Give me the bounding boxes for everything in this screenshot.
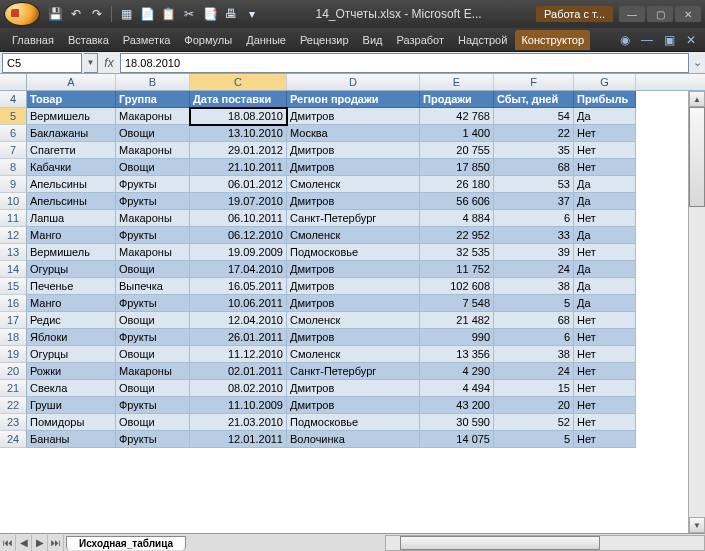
- cell[interactable]: Фрукты: [116, 329, 190, 346]
- mdi-minimize-icon[interactable]: —: [639, 32, 655, 48]
- row-header[interactable]: 12: [0, 227, 27, 244]
- sheet-nav-next-icon[interactable]: ▶: [32, 535, 48, 551]
- cell[interactable]: Овощи: [116, 125, 190, 142]
- cell[interactable]: Макароны: [116, 363, 190, 380]
- cell[interactable]: 4 290: [420, 363, 494, 380]
- formula-input[interactable]: 18.08.2010: [120, 53, 689, 73]
- cell[interactable]: Да: [574, 278, 636, 295]
- cell[interactable]: Да: [574, 261, 636, 278]
- cell[interactable]: Да: [574, 108, 636, 125]
- cell[interactable]: Огурцы: [27, 346, 116, 363]
- row-header[interactable]: 6: [0, 125, 27, 142]
- cell[interactable]: 08.02.2010: [190, 380, 287, 397]
- cell[interactable]: 11.12.2010: [190, 346, 287, 363]
- cell[interactable]: 24: [494, 261, 574, 278]
- insert-function-button[interactable]: fx: [98, 56, 120, 70]
- cell[interactable]: 35: [494, 142, 574, 159]
- cell[interactable]: Нет: [574, 159, 636, 176]
- cell[interactable]: Овощи: [116, 312, 190, 329]
- cell[interactable]: Дмитров: [287, 261, 420, 278]
- cell[interactable]: Нет: [574, 244, 636, 261]
- cell[interactable]: 22 952: [420, 227, 494, 244]
- table-column-header[interactable]: Товар: [27, 91, 116, 108]
- minimize-button[interactable]: —: [619, 6, 645, 22]
- cell[interactable]: 6: [494, 329, 574, 346]
- cell[interactable]: 06.01.2012: [190, 176, 287, 193]
- qat-icon[interactable]: 🖶: [222, 5, 240, 23]
- cell[interactable]: Груши: [27, 397, 116, 414]
- cell[interactable]: Нет: [574, 210, 636, 227]
- cell[interactable]: 20: [494, 397, 574, 414]
- ribbon-tab[interactable]: Данные: [240, 30, 292, 50]
- cell[interactable]: Дмитров: [287, 397, 420, 414]
- cell[interactable]: Фрукты: [116, 431, 190, 448]
- cell[interactable]: Дмитров: [287, 108, 420, 125]
- cell[interactable]: Нет: [574, 414, 636, 431]
- cell[interactable]: Нет: [574, 380, 636, 397]
- cell[interactable]: Дмитров: [287, 329, 420, 346]
- cell[interactable]: 26 180: [420, 176, 494, 193]
- ribbon-tab[interactable]: Формулы: [178, 30, 238, 50]
- column-header[interactable]: F: [494, 74, 574, 90]
- cell[interactable]: 21 482: [420, 312, 494, 329]
- row-header[interactable]: 5: [0, 108, 27, 125]
- cell[interactable]: 11 752: [420, 261, 494, 278]
- cell[interactable]: 102 608: [420, 278, 494, 295]
- ribbon-tab[interactable]: Рецензир: [294, 30, 355, 50]
- cell[interactable]: 54: [494, 108, 574, 125]
- cell[interactable]: Вермишель: [27, 244, 116, 261]
- formula-bar-expand-icon[interactable]: ⌄: [689, 56, 705, 69]
- cell[interactable]: Дмитров: [287, 159, 420, 176]
- hscroll-thumb[interactable]: [400, 536, 600, 550]
- sheet-nav-first-icon[interactable]: ⏮: [0, 535, 16, 551]
- help-icon[interactable]: ◉: [617, 32, 633, 48]
- cell[interactable]: Овощи: [116, 346, 190, 363]
- ribbon-tab[interactable]: Вид: [357, 30, 389, 50]
- worksheet-grid[interactable]: ABCDEFG 4ТоварГруппаДата поставкиРегион …: [0, 74, 705, 533]
- cell[interactable]: 11.10.2009: [190, 397, 287, 414]
- cell[interactable]: 5: [494, 431, 574, 448]
- cell[interactable]: 17 850: [420, 159, 494, 176]
- cell[interactable]: Москва: [287, 125, 420, 142]
- mdi-close-icon[interactable]: ✕: [683, 32, 699, 48]
- cell[interactable]: Волочинка: [287, 431, 420, 448]
- cell[interactable]: 52: [494, 414, 574, 431]
- row-header[interactable]: 18: [0, 329, 27, 346]
- sheet-nav-prev-icon[interactable]: ◀: [16, 535, 32, 551]
- cell[interactable]: Фрукты: [116, 193, 190, 210]
- cell[interactable]: 15: [494, 380, 574, 397]
- cell[interactable]: 6: [494, 210, 574, 227]
- qat-icon[interactable]: 📄: [138, 5, 156, 23]
- ribbon-tab[interactable]: Вставка: [62, 30, 115, 50]
- row-header[interactable]: 17: [0, 312, 27, 329]
- cell[interactable]: Помидоры: [27, 414, 116, 431]
- row-header[interactable]: 7: [0, 142, 27, 159]
- cell[interactable]: Да: [574, 295, 636, 312]
- cell[interactable]: Да: [574, 193, 636, 210]
- row-header[interactable]: 10: [0, 193, 27, 210]
- cell[interactable]: Овощи: [116, 380, 190, 397]
- cell[interactable]: 13.10.2010: [190, 125, 287, 142]
- cell[interactable]: 7 548: [420, 295, 494, 312]
- table-column-header[interactable]: Прибыль: [574, 91, 636, 108]
- column-header[interactable]: D: [287, 74, 420, 90]
- cell[interactable]: Макароны: [116, 108, 190, 125]
- cell[interactable]: 06.12.2010: [190, 227, 287, 244]
- row-header[interactable]: 15: [0, 278, 27, 295]
- sheet-nav-last-icon[interactable]: ⏭: [48, 535, 64, 551]
- cell[interactable]: 1 400: [420, 125, 494, 142]
- cell[interactable]: 38: [494, 278, 574, 295]
- cell[interactable]: 39: [494, 244, 574, 261]
- cell[interactable]: Овощи: [116, 159, 190, 176]
- horizontal-scrollbar[interactable]: [385, 535, 705, 551]
- cell[interactable]: Нет: [574, 397, 636, 414]
- cell[interactable]: Санкт-Петербург: [287, 363, 420, 380]
- cell[interactable]: Выпечка: [116, 278, 190, 295]
- cell[interactable]: 20 755: [420, 142, 494, 159]
- cell[interactable]: Макароны: [116, 142, 190, 159]
- cell[interactable]: 14 075: [420, 431, 494, 448]
- cell[interactable]: Нет: [574, 346, 636, 363]
- row-header[interactable]: 24: [0, 431, 27, 448]
- cell[interactable]: 17.04.2010: [190, 261, 287, 278]
- cell[interactable]: Нет: [574, 142, 636, 159]
